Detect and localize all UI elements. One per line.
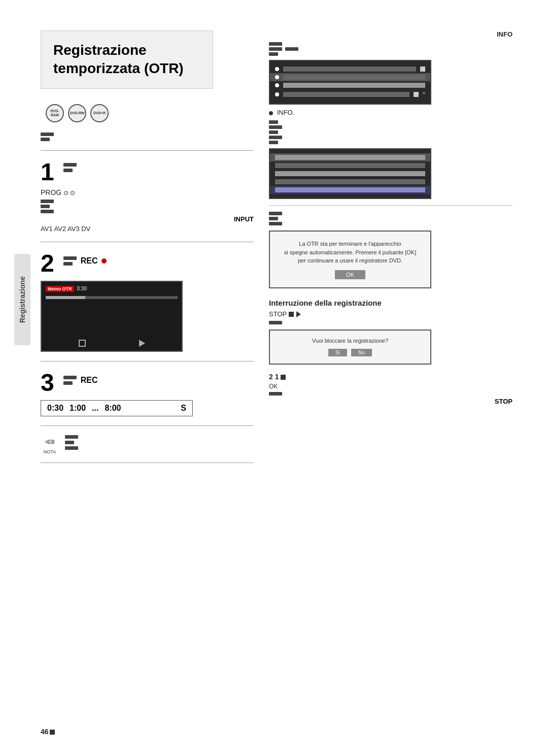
rc-bullet-row-2 [269,47,512,51]
step-1-header: 1 [41,160,254,184]
s2-bullet-1 [63,256,77,260]
num21-label: 2 1 [269,373,512,381]
menu-asterisk [414,92,419,97]
sidebar-label: Registrazione [14,254,30,345]
dialog-1-text: La OTR sta per terminare e l'apparecchio… [278,240,422,265]
rc-bullet-row-3 [269,52,512,56]
menu-bar-3 [283,83,425,88]
rc2-b2 [269,125,282,129]
dvd-r-icon: DVD+R [90,104,109,122]
rc2-b1 [269,120,278,124]
step1-sub-bullet-1 [41,200,54,203]
menu2-row-4 [270,178,430,186]
info-dot-text: INFO. [277,109,295,116]
av-line: AV1 AV2 AV3 DV [41,225,254,233]
menu-row-4: * [270,89,430,100]
menu-bar-1 [283,67,416,72]
otr-progress-bar [46,296,178,299]
divider-2 [41,361,254,361]
dvd-rw-icon: DVD-RW [68,104,86,122]
stop-bullet-1 [269,321,512,324]
rc-b2 [269,47,282,51]
stop-final-line: STOP [269,398,512,405]
nota-bullet-2 [65,441,74,444]
menu2-row-3 [270,170,430,178]
title-box: Registrazione temporizzata (OTR) [41,30,213,89]
num21-icon [281,375,286,380]
page-num-icon [50,730,55,735]
step-3-number: 3 [41,371,54,395]
rc2-row-2 [269,125,512,129]
divider-0 [41,150,254,151]
time-800: 8:00 [105,404,121,413]
menu-dot-2 [275,75,279,79]
step-3-rec: REC [63,376,98,385]
prog-line: PROG ⊙ ⊙ [41,188,254,196]
step-2-section: 2 REC Memo OTR 0:30 [41,251,254,352]
menu-row-2 [270,73,430,81]
rc2-row-3 [269,130,512,134]
menu-star: * [423,91,425,98]
stop-play-icon [296,311,301,317]
rc3-row-3 [269,222,512,225]
s3-bullet-1 [63,376,77,379]
menu-bar-4 [283,92,409,97]
num21-section: 2 1 OK STOP [269,373,512,405]
menu2-bar-5 [275,187,425,192]
dialog-2-yes-button[interactable]: Sì [328,349,347,356]
rc-b3 [269,52,278,56]
rec-label-3: REC [81,376,98,385]
stop-line: STOP [269,310,512,318]
dialog-box-1: La OTR sta per terminare e l'apparecchio… [269,231,431,288]
right-column: INFO [269,30,512,405]
rc3-row-2 [269,217,512,220]
info-dot-line: INFO. [269,109,512,116]
step1-bullet-2 [63,169,73,172]
s2-bullet-2 [63,262,73,266]
dialog-2-no-button[interactable]: No [351,349,372,356]
rc-bullet-row-1 [269,42,512,46]
menu-row-3 [270,81,430,89]
stop-b1 [269,321,282,324]
menu2-bar-1 [275,155,425,160]
menu-dot-3 [275,83,279,87]
otr-screen-header: Memo OTR 0:30 [46,286,178,292]
intro-bullets [41,133,254,141]
info-label: INFO [269,30,512,38]
num21-bullet-1 [269,392,512,396]
step-2-rec: REC [63,256,107,266]
rc2-row-5 [269,141,512,144]
menu-sq-1 [420,67,425,72]
stop-section: Interruzione della registrazione STOP Vu… [269,299,512,405]
rc3-b3 [269,222,282,225]
rc-bullets-2 [269,120,512,144]
rec-dot [101,258,107,264]
menu-row-1 [270,65,430,73]
rc3-b2 [269,217,278,220]
menu-sq-4a [414,92,419,97]
otr-badge: Memo OTR [46,286,74,292]
step1-sub-bullet-2 [41,205,50,208]
menu2-bar-4 [275,179,425,184]
menu-screen-1: * [269,60,431,105]
nota-label: NOTA [44,449,56,454]
rc-b2b [285,47,298,51]
rc2-b5 [269,141,278,144]
dialog-1-ok-button[interactable]: OK [335,270,365,279]
left-column: Registrazione temporizzata (OTR) DVD-RAM… [41,30,254,472]
step1-bullet-1 [63,163,77,167]
n21-b1 [269,392,282,396]
nota-section: ✏ NOTA [41,435,254,453]
step1-sub-bullets [41,200,254,213]
menu2-row-5 [270,186,430,194]
dialog-2-text: Vuoi bloccare la registrazione? [277,338,423,344]
menu2-row-2 [270,161,430,170]
otr-timer: 0:30 [77,286,87,291]
rec-label: REC [81,256,98,266]
dvd-icons-row: DVD-RAM DVD-RW DVD+R [46,104,254,122]
menu2-bar-2 [275,163,425,168]
rc-b1 [269,42,282,46]
dialog-2-buttons: Sì No [277,349,423,356]
step-1-text-block [63,160,254,172]
step2-bullets [63,256,77,266]
